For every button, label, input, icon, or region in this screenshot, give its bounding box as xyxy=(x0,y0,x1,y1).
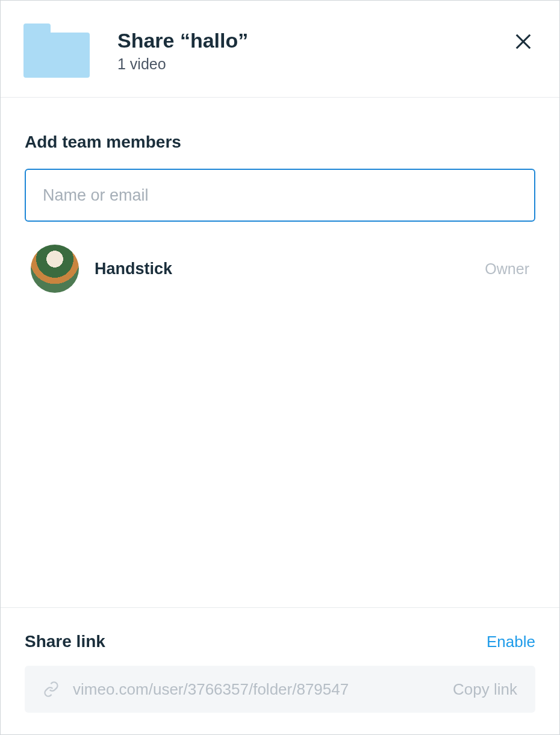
close-icon xyxy=(514,33,532,52)
dialog-subtitle: 1 video xyxy=(117,55,510,73)
dialog-title: Share “hallo” xyxy=(117,28,510,53)
share-link-box: vimeo.com/user/3766357/folder/879547 Cop… xyxy=(25,666,535,713)
share-link-section: Share link Enable vimeo.com/user/3766357… xyxy=(1,607,559,734)
close-button[interactable] xyxy=(510,29,537,55)
member-input[interactable] xyxy=(25,169,535,222)
share-link-header: Share link Enable xyxy=(25,632,535,651)
member-row: Handstick Owner xyxy=(25,245,535,293)
avatar xyxy=(31,245,79,293)
folder-icon xyxy=(23,23,90,78)
dialog-header: Share “hallo” 1 video xyxy=(1,1,559,98)
enable-link-button[interactable]: Enable xyxy=(487,633,535,651)
share-link-heading: Share link xyxy=(25,632,105,651)
link-icon xyxy=(43,681,60,698)
copy-link-button[interactable]: Copy link xyxy=(453,680,517,699)
member-name: Handstick xyxy=(95,260,485,278)
member-role: Owner xyxy=(485,260,529,278)
dialog-body: Add team members Handstick Owner xyxy=(1,98,559,607)
title-block: Share “hallo” 1 video xyxy=(117,28,510,73)
share-link-url: vimeo.com/user/3766357/folder/879547 xyxy=(73,680,453,699)
add-members-heading: Add team members xyxy=(25,133,535,152)
share-dialog: Share “hallo” 1 video Add team members H… xyxy=(0,0,560,735)
